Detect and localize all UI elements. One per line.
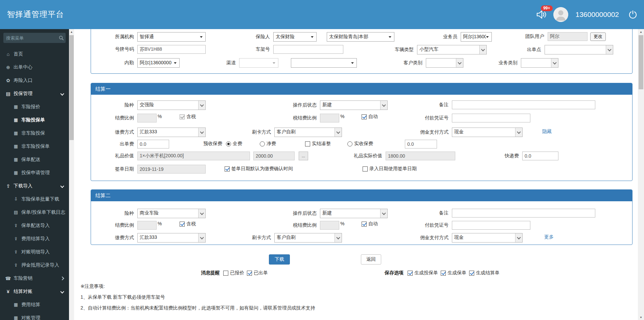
express-fee-input[interactable] — [522, 152, 558, 160]
auto-checkbox[interactable] — [362, 114, 367, 119]
sidebar-item-batch-download[interactable]: ⇩车险保单批量下载 — [0, 192, 69, 206]
log-icon: ▤ — [13, 210, 19, 215]
swipe-method-select2[interactable]: 客户自刷 — [274, 233, 342, 243]
avatar[interactable] — [553, 7, 568, 22]
page-scrollbar[interactable]: ▲ ▼ — [638, 29, 644, 320]
home-icon: ⌂ — [5, 51, 12, 57]
channel-sub-select[interactable] — [291, 58, 357, 68]
change-team-button[interactable]: 更改 — [590, 32, 606, 41]
tax-included-checkbox[interactable] — [180, 114, 185, 119]
net-premium-radio[interactable] — [260, 141, 265, 146]
actual-premium-radio[interactable] — [347, 141, 352, 146]
more-link[interactable]: 更多 — [544, 234, 554, 240]
issue-fee-input[interactable] — [137, 140, 169, 148]
sidebar-item-fee-settle-import[interactable]: ⇪费用结算导入 — [0, 232, 69, 245]
page-scroll-thumb[interactable] — [639, 35, 643, 89]
channel-select[interactable] — [239, 58, 278, 68]
remark-input2[interactable] — [452, 209, 595, 218]
gen-policy-checkbox[interactable] — [441, 271, 446, 276]
staff-select[interactable]: 阿尔|13600000 — [137, 58, 180, 68]
sidebar-item-download-import[interactable]: ⇪下载导入 — [0, 179, 69, 192]
post-status-select2[interactable]: 新建 — [320, 209, 388, 218]
org-select[interactable]: 智择通 — [137, 32, 206, 42]
download-button[interactable]: 下载 — [269, 254, 290, 265]
payment-voucher-input[interactable] — [452, 114, 530, 122]
sidebar-item-car-quote[interactable]: ▦车险报价 — [0, 100, 69, 113]
gift-more-button[interactable]: ... — [299, 152, 308, 160]
settlement1-panel: 结算一 险种 交强险 操作后状态 新建 备注 结费比例 % 含税 税结费比例 %… — [91, 83, 632, 181]
scroll-up-arrow[interactable]: ▲ — [638, 29, 644, 35]
customer-type-select[interactable] — [426, 58, 463, 68]
tax-included-checkbox2[interactable] — [180, 222, 185, 227]
sidebar-item-home[interactable]: ⌂首页 — [0, 47, 69, 61]
team-user-input — [548, 32, 588, 41]
hide-link[interactable]: 隐藏 — [542, 129, 552, 135]
entry-date-checkbox[interactable] — [363, 166, 368, 172]
gen-settle-checkbox[interactable] — [469, 271, 474, 276]
issue-point-select[interactable] — [545, 45, 613, 54]
notification-speaker-icon[interactable]: 99+ — [536, 9, 547, 20]
commission-pay-select[interactable]: 现金 — [452, 128, 523, 137]
sidebar-item-fee-settlement[interactable]: ▦费用结算 — [0, 298, 69, 311]
import-icon: ⇪ — [13, 249, 19, 254]
sidebar-item-noncar-apply[interactable]: ▦非车险投保 — [0, 127, 69, 140]
quoted-checkbox[interactable] — [223, 271, 228, 276]
post-status-label: 操作后状态 — [286, 102, 320, 108]
sidebar-item-deposit-record-import[interactable]: ⇪押金抵用记录导入 — [0, 258, 69, 272]
pay-method-label: 缴费方式 — [94, 129, 137, 135]
actual-amount-input[interactable] — [405, 140, 437, 148]
remark-input[interactable] — [452, 100, 595, 109]
search-icon[interactable] — [57, 36, 66, 40]
sidebar-item-delivery-import[interactable]: ⇪保单配送导入 — [0, 219, 69, 232]
vehicle-type-select[interactable]: 小型汽车 — [417, 45, 487, 54]
plate-input[interactable] — [137, 45, 206, 54]
sidebar-item-policy-delivery[interactable]: ▦保单配送 — [0, 153, 69, 166]
grid-icon: ▦ — [13, 131, 19, 136]
full-premium-radio[interactable] — [226, 141, 231, 146]
swipe-method-select[interactable]: 客户自刷 — [274, 128, 342, 137]
scroll-up-arrow[interactable]: ▲ — [69, 29, 74, 35]
sign-date-default-checkbox[interactable] — [225, 166, 230, 172]
business-type-select[interactable] — [521, 58, 558, 68]
sidebar-item-apply-request-mgmt[interactable]: ▦投保申请管理 — [0, 166, 69, 179]
swipe-method-label: 刷卡方式 — [251, 235, 274, 241]
select-chevron-icon — [515, 128, 522, 137]
sidebar-item-reconcile-detail-import[interactable]: ⇪对账明细导入 — [0, 245, 69, 258]
scroll-down-arrow[interactable]: ▼ — [638, 315, 644, 320]
save-options-label: 保存选项 — [385, 270, 404, 276]
sidebar-item-car-marketing[interactable]: ☎车险营销 — [0, 272, 69, 285]
payment-voucher-input2[interactable] — [452, 221, 530, 230]
gen-apply-checkbox[interactable] — [408, 271, 413, 276]
insurer-branch-select[interactable]: 太保财险青岛|本部 — [327, 32, 394, 42]
risk-type-select[interactable]: 交强险 — [137, 100, 206, 110]
sidebar-item-settle-reconcile[interactable]: ¥结算对账 — [0, 285, 69, 298]
sidebar-item-car-apply-form[interactable]: ▦车险投保单 — [0, 113, 69, 127]
sidebar-item-issue-center[interactable]: ⊕出单中心 — [0, 61, 69, 74]
sidebar-scrollbar[interactable]: ▲ — [69, 29, 74, 320]
file-icon: ▤ — [5, 91, 12, 96]
sidebar-item-reconcile-mgmt[interactable]: ▦对账管理 — [0, 311, 69, 320]
commission-pay-select2[interactable]: 现金 — [452, 233, 523, 243]
risk-type-select2[interactable]: 商业车险 — [137, 209, 206, 218]
sidebar-item-apply-mgmt[interactable]: ▤投保管理 — [0, 87, 69, 100]
post-status-select[interactable]: 新建 — [320, 100, 388, 110]
issued-checkbox[interactable] — [247, 271, 252, 276]
round-settle-checkbox[interactable] — [305, 141, 310, 146]
back-button[interactable]: 返回 — [361, 254, 381, 265]
search-input[interactable] — [3, 36, 57, 41]
logout-power-icon[interactable] — [628, 10, 637, 19]
risk-type-label: 险种 — [94, 210, 137, 216]
sidebar-item-download-log[interactable]: ▤保单/投保单下载日志 — [0, 206, 69, 219]
pay-method-select[interactable]: 汇款333 — [137, 128, 206, 137]
vin-input[interactable] — [273, 45, 343, 54]
sidebar-item-life-entry[interactable]: ✿寿险入口 — [0, 74, 69, 87]
pay-method-select2[interactable]: 汇款333 — [137, 233, 206, 243]
insurer-select[interactable]: 太保财险 — [273, 32, 317, 42]
note-line-2: 2、自动计算结费比例：当前机构未配置结费比例模型时，此选项暂不可用，如有疑问，请… — [80, 305, 315, 311]
import-icon: ⇪ — [13, 223, 19, 228]
grid-icon: ▦ — [13, 104, 19, 109]
sidebar-item-noncar-apply-form[interactable]: ▦非车险投保单 — [0, 140, 69, 153]
auto-checkbox2[interactable] — [362, 222, 367, 227]
sidebar-scroll-thumb[interactable] — [69, 35, 74, 140]
salesman-select[interactable]: 阿尔|13600 — [461, 32, 492, 42]
